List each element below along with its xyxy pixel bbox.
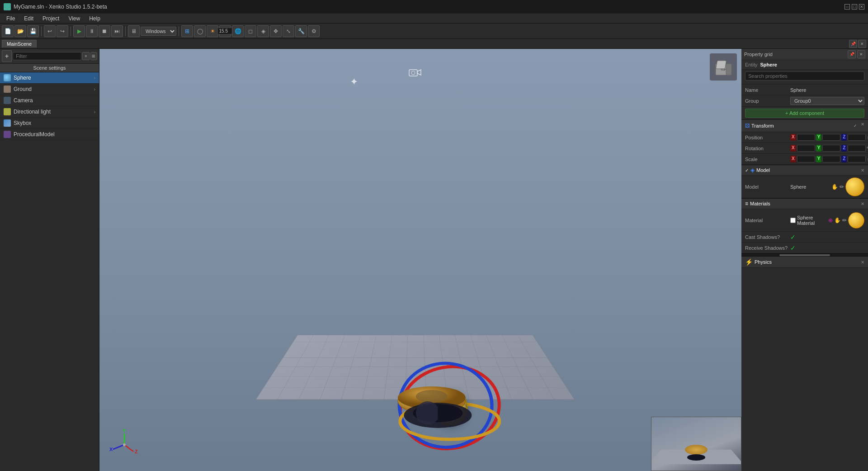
menu-project[interactable]: Project bbox=[38, 14, 64, 23]
material-hand-icon[interactable]: ✋ bbox=[834, 217, 841, 224]
menu-help[interactable]: Help bbox=[85, 14, 105, 23]
toolbar-sep-1 bbox=[41, 26, 42, 36]
scene-list-view-button[interactable]: ≡ bbox=[82, 52, 89, 60]
menu-view[interactable]: View bbox=[64, 14, 85, 23]
model-edit-icon[interactable]: ✏ bbox=[840, 184, 844, 190]
axis-widget: Z Y X bbox=[108, 429, 140, 462]
light-button[interactable]: ☀ bbox=[207, 25, 218, 37]
scene-settings-button[interactable]: Scene settings bbox=[0, 64, 99, 72]
scene-3d-content: ✦ bbox=[99, 49, 741, 471]
sphere-icon bbox=[4, 74, 11, 81]
receive-shadows-checkbox[interactable]: ✓ bbox=[790, 244, 796, 252]
physics-section-header[interactable]: ⚡ Physics ✕ bbox=[741, 256, 868, 268]
windows-dropdown[interactable]: Windows bbox=[141, 27, 176, 36]
transform-close[interactable]: ✕ bbox=[861, 122, 864, 130]
prop-search-row bbox=[741, 70, 868, 85]
position-x-input[interactable]: -1.7 bbox=[797, 134, 815, 141]
windows-icon[interactable]: 🖥 bbox=[128, 25, 140, 37]
scene-search-input[interactable] bbox=[13, 52, 81, 60]
scene-tab-main[interactable]: MainScene bbox=[2, 40, 37, 48]
transform-check[interactable]: ✓ bbox=[851, 122, 859, 130]
window-controls[interactable]: ─ □ ✕ bbox=[844, 4, 864, 10]
scale-y-input[interactable]: 1 bbox=[822, 156, 840, 162]
physics-close[interactable]: ✕ bbox=[861, 260, 864, 265]
fast-forward-button[interactable]: ⏭ bbox=[111, 25, 123, 37]
pause-button[interactable]: ⏸ bbox=[86, 25, 98, 37]
new-button[interactable]: 📄 bbox=[2, 25, 14, 37]
rotation-row: Rotation X 0 Y 0 Z 0 ✏ bbox=[741, 143, 868, 154]
add-scene-item-button[interactable]: + bbox=[2, 50, 12, 62]
world-button[interactable]: 🌐 bbox=[232, 25, 244, 37]
tab-close-button[interactable]: ✕ bbox=[858, 40, 866, 48]
scene-item-sphere[interactable]: Sphere › bbox=[0, 72, 99, 84]
maximize-button[interactable]: □ bbox=[852, 4, 857, 10]
scene-item-ground[interactable]: Ground › bbox=[0, 84, 99, 95]
open-button[interactable]: 📂 bbox=[14, 25, 26, 37]
position-y-input[interactable]: 3.02 bbox=[822, 134, 840, 141]
transform-section-header[interactable]: ⚄ Transform ✓ ✕ bbox=[741, 119, 868, 132]
materials-section-header[interactable]: ≡ Materials ✕ bbox=[741, 198, 868, 209]
scale-button[interactable]: ⤡ bbox=[283, 25, 294, 37]
prop-close-button[interactable]: ✕ bbox=[857, 50, 865, 58]
scene-item-procedural[interactable]: ProceduralModel bbox=[0, 129, 99, 140]
light-indicator: ✦ bbox=[350, 76, 358, 88]
redo-button[interactable]: ↪ bbox=[57, 25, 68, 37]
value-button[interactable]: 15.5 bbox=[219, 25, 231, 37]
undo-button[interactable]: ↩ bbox=[44, 25, 56, 37]
scale-x-input[interactable]: 1 bbox=[797, 156, 815, 162]
app-title-text: MyGame.sln - Xenko Studio 1.5.2-beta bbox=[14, 4, 107, 10]
minimize-button[interactable]: ─ bbox=[844, 4, 850, 10]
model-hand-icon[interactable]: ✋ bbox=[831, 184, 838, 190]
svg-text:Z: Z bbox=[135, 449, 138, 454]
material-pink-icon[interactable]: ⊕ bbox=[828, 217, 833, 224]
cast-shadows-row: Cast Shadows? ✓ bbox=[741, 232, 868, 243]
entity-row: Entity Sphere bbox=[741, 60, 868, 70]
menu-bar: File Edit Project View Help bbox=[0, 14, 868, 24]
camera-scene-icon bbox=[4, 97, 11, 104]
diamond-button[interactable]: ◈ bbox=[257, 25, 269, 37]
property-search-input[interactable] bbox=[745, 71, 864, 81]
scene-item-skybox[interactable]: Skybox bbox=[0, 118, 99, 129]
cube-button[interactable]: ◻ bbox=[245, 25, 256, 37]
prop-pin-button[interactable]: 📌 bbox=[848, 50, 856, 58]
scene-grid-view-button[interactable]: ⊞ bbox=[90, 52, 97, 60]
menu-edit[interactable]: Edit bbox=[19, 14, 38, 23]
property-panel-header: Property grid 📌 ✕ bbox=[741, 49, 868, 60]
materials-close[interactable]: ✕ bbox=[861, 201, 864, 206]
property-panel: Property grid 📌 ✕ Entity Sphere Name Sph… bbox=[741, 49, 868, 471]
toolbar-sep-3 bbox=[125, 26, 126, 36]
value-input[interactable]: 15.5 bbox=[217, 28, 233, 34]
rotation-y-input[interactable]: 0 bbox=[822, 145, 840, 152]
grid-button[interactable]: ⊞ bbox=[181, 25, 193, 37]
scroll-indicator bbox=[741, 253, 868, 256]
scene-item-camera[interactable]: Camera bbox=[0, 95, 99, 106]
svg-point-24 bbox=[123, 443, 126, 446]
move-button[interactable]: ✥ bbox=[270, 25, 282, 37]
play-button[interactable]: ▶ bbox=[73, 25, 85, 37]
model-controls: ✋ ✏ bbox=[831, 177, 864, 196]
close-button[interactable]: ✕ bbox=[859, 4, 864, 10]
model-section-header[interactable]: ✓ ◈ Model ✕ bbox=[741, 165, 868, 176]
rotation-x-input[interactable]: 0 bbox=[797, 145, 815, 152]
add-component-button[interactable]: + Add component bbox=[745, 109, 864, 118]
save-button[interactable]: 💾 bbox=[27, 25, 39, 37]
model-close[interactable]: ✕ bbox=[861, 168, 864, 173]
rotation-z-input[interactable]: 0 bbox=[848, 145, 866, 152]
scene-item-directional-light[interactable]: Directional light › bbox=[0, 106, 99, 118]
stop-button[interactable]: ⏹ bbox=[99, 25, 110, 37]
material-checkbox[interactable] bbox=[790, 218, 796, 223]
viewport[interactable]: TOP bbox=[99, 49, 741, 471]
position-z-input[interactable]: 0 bbox=[848, 134, 866, 141]
rotation-xyz: X 0 Y 0 Z 0 ✏ bbox=[790, 145, 868, 152]
sphere-button[interactable]: ◯ bbox=[194, 25, 206, 37]
settings-button[interactable]: ⚙ bbox=[308, 25, 320, 37]
material-controls: ⊕ ✋ ✏ bbox=[828, 212, 864, 228]
cast-shadows-checkbox[interactable]: ✓ bbox=[790, 233, 796, 241]
tab-pin-button[interactable]: 📌 bbox=[849, 40, 857, 48]
menu-file[interactable]: File bbox=[2, 14, 19, 23]
viewport-area: TOP bbox=[99, 49, 741, 471]
more-button[interactable]: 🔧 bbox=[295, 25, 307, 37]
group-dropdown[interactable]: Group0 bbox=[790, 97, 864, 105]
material-edit-icon[interactable]: ✏ bbox=[842, 217, 847, 224]
scale-z-input[interactable]: 1 bbox=[848, 156, 866, 162]
